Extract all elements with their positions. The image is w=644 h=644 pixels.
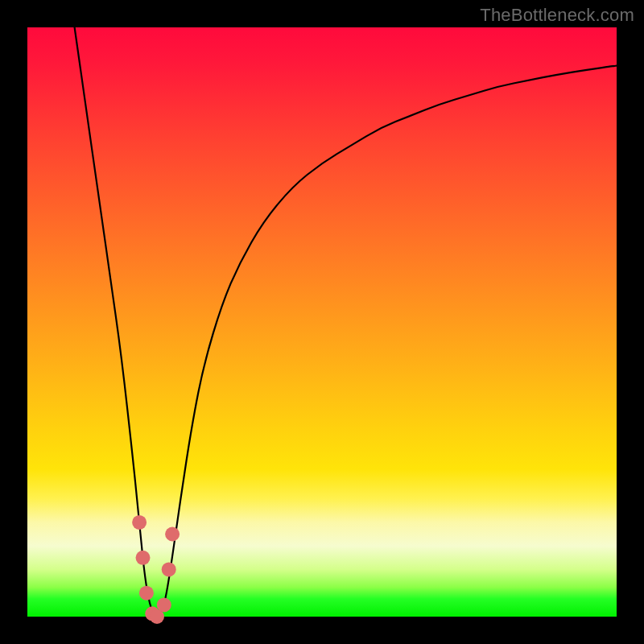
bottleneck-curve — [75, 27, 617, 615]
highlight-dot — [136, 551, 151, 565]
plot-area — [27, 27, 617, 617]
highlight-dots — [132, 515, 180, 624]
highlight-dot — [132, 515, 147, 530]
highlight-dot — [157, 597, 171, 612]
chart-frame: TheBottleneck.com — [0, 0, 644, 644]
highlight-dot — [162, 562, 176, 576]
curve-layer — [27, 27, 617, 617]
highlight-dot — [165, 527, 180, 542]
watermark-text: TheBottleneck.com — [480, 5, 634, 26]
highlight-dot — [139, 586, 154, 601]
